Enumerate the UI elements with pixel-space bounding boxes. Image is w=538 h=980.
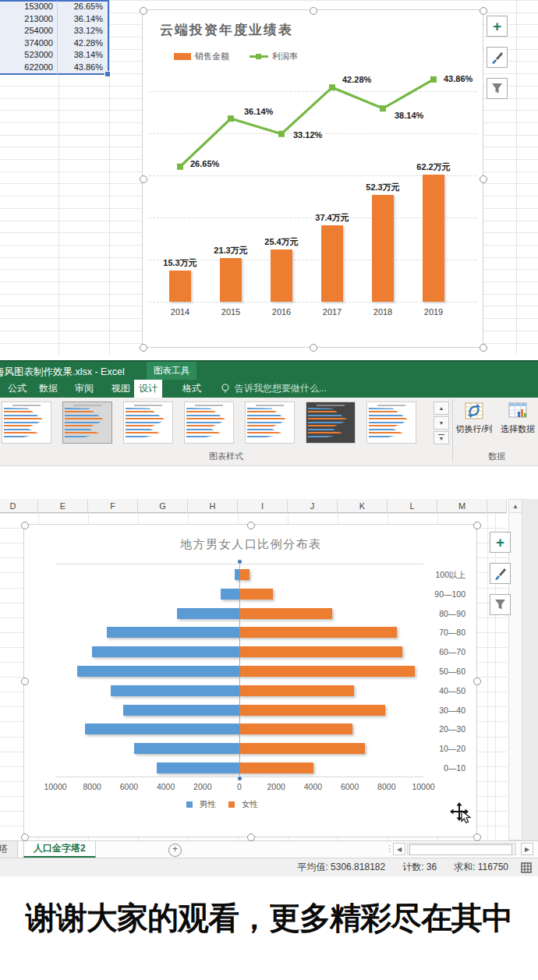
- sheet-tab-active[interactable]: 人口金字塔2: [23, 841, 96, 858]
- horizontal-scrollbar[interactable]: [407, 843, 516, 855]
- female-bar[interactable]: [240, 569, 250, 580]
- column-header-J[interactable]: J: [288, 499, 338, 513]
- ribbon-tab-5[interactable]: 设计: [134, 380, 162, 398]
- male-bar[interactable]: [123, 705, 239, 716]
- female-bar[interactable]: [240, 724, 352, 734]
- selection-fill-handle[interactable]: [104, 71, 111, 77]
- column-header-K[interactable]: K: [338, 499, 388, 513]
- ribbon-tab-6[interactable]: 格式: [178, 380, 206, 398]
- chart-styles-button[interactable]: [487, 47, 508, 68]
- selection-handle[interactable]: [21, 833, 29, 841]
- sales-bar[interactable]: [321, 225, 343, 302]
- chart-elements-button[interactable]: +: [487, 16, 508, 37]
- column-header-D[interactable]: D: [0, 499, 38, 513]
- female-bar[interactable]: [240, 705, 385, 716]
- chart-filters-button[interactable]: [490, 594, 511, 615]
- male-bar[interactable]: [85, 724, 239, 734]
- combo-chart[interactable]: 云端投资年度业绩表 销售金额 利润率 15.3万元201421.3万元20152…: [142, 9, 483, 348]
- ribbon-tab-2[interactable]: 数据: [34, 380, 62, 398]
- selection-handle[interactable]: [21, 678, 29, 685]
- female-bar[interactable]: [240, 589, 273, 600]
- selection-handle[interactable]: [480, 175, 487, 183]
- female-bar[interactable]: [240, 743, 365, 754]
- source-cell-row[interactable]: 25400033.12%: [0, 25, 109, 37]
- chart-style-thumbnail-4[interactable]: [184, 402, 234, 444]
- chart-style-thumbnail-2[interactable]: [62, 402, 112, 444]
- male-bar[interactable]: [134, 743, 239, 754]
- selection-handle[interactable]: [247, 522, 255, 529]
- scroll-up-button[interactable]: ▲: [509, 500, 522, 513]
- ribbon-tab-3[interactable]: 审阅: [70, 380, 98, 398]
- column-header-L[interactable]: L: [388, 499, 437, 513]
- chart-style-thumbnail-5[interactable]: [245, 402, 295, 444]
- chart-filters-button[interactable]: [487, 78, 508, 99]
- column-header-partial[interactable]: [487, 499, 507, 513]
- column-header-F[interactable]: F: [88, 499, 138, 513]
- male-bar[interactable]: [92, 646, 239, 657]
- pyramid-chart[interactable]: 地方男女人口比例分布表 100以上90—10080—9070—8060—7050…: [23, 524, 477, 837]
- legend-item-female[interactable]: 女性: [228, 799, 258, 810]
- rate-cell[interactable]: 33.12%: [58, 25, 108, 37]
- select-data-button[interactable]: 选择数据: [499, 401, 536, 435]
- selection-handle[interactable]: [480, 344, 487, 352]
- selection-handle[interactable]: [473, 522, 481, 529]
- source-cell-row[interactable]: 21300036.14%: [0, 13, 109, 26]
- column-header-M[interactable]: M: [437, 499, 487, 513]
- selection-handle[interactable]: [310, 7, 317, 15]
- rate-cell[interactable]: 43.86%: [58, 62, 108, 74]
- source-cell-row[interactable]: 15300026.65%: [0, 1, 109, 13]
- ribbon-tab-1[interactable]: 公式: [3, 380, 31, 398]
- female-bar[interactable]: [240, 666, 415, 677]
- selection-handle[interactable]: [310, 344, 317, 352]
- chart-elements-button[interactable]: +: [490, 532, 511, 553]
- female-bar[interactable]: [240, 627, 397, 638]
- chart-style-thumbnail-6[interactable]: [306, 402, 356, 444]
- rate-cell[interactable]: 38.14%: [58, 49, 108, 62]
- male-bar[interactable]: [235, 569, 239, 580]
- chart-style-thumbnail-1[interactable]: [2, 402, 51, 444]
- normal-view-icon[interactable]: [521, 862, 532, 873]
- column-header-I[interactable]: I: [238, 499, 288, 513]
- selection-handle[interactable]: [473, 833, 481, 841]
- female-bar[interactable]: [240, 646, 402, 657]
- chart-style-thumbnail-7[interactable]: [366, 402, 416, 444]
- ribbon-tab-4[interactable]: 视图: [107, 380, 135, 398]
- male-bar[interactable]: [177, 608, 239, 619]
- hscroll-thumb[interactable]: [409, 844, 512, 855]
- selection-handle[interactable]: [480, 7, 487, 15]
- amount-cell[interactable]: 153000: [0, 1, 58, 13]
- male-bar[interactable]: [111, 685, 239, 696]
- sales-bar[interactable]: [169, 271, 191, 302]
- sheet-tab-partial[interactable]: 塔: [0, 841, 18, 858]
- male-bar[interactable]: [157, 762, 239, 773]
- chart-style-thumbnail-3[interactable]: [123, 402, 173, 444]
- legend-item-male[interactable]: 男性: [186, 799, 216, 810]
- selection-handle[interactable]: [140, 344, 147, 352]
- selection-handle[interactable]: [247, 833, 255, 841]
- column-header-G[interactable]: G: [138, 499, 188, 513]
- selection-handle[interactable]: [140, 175, 147, 183]
- gallery-more-button[interactable]: ▼: [434, 431, 449, 444]
- gallery-scroll-up[interactable]: ▲: [434, 402, 449, 415]
- source-cell-row[interactable]: 52300038.14%: [0, 49, 109, 62]
- amount-cell[interactable]: 254000: [0, 25, 58, 37]
- sales-bar[interactable]: [423, 175, 444, 302]
- column-header-H[interactable]: H: [188, 499, 238, 513]
- male-bar[interactable]: [77, 666, 239, 677]
- hscroll-right-arrow[interactable]: ▶: [521, 843, 533, 855]
- rate-cell[interactable]: 42.28%: [58, 37, 108, 50]
- sales-bar[interactable]: [220, 258, 242, 302]
- source-cell-row[interactable]: 62200043.86%: [0, 62, 109, 74]
- switch-row-col-button[interactable]: 切换行/列: [455, 401, 494, 435]
- amount-cell[interactable]: 213000: [0, 13, 58, 26]
- rate-cell[interactable]: 36.14%: [58, 13, 108, 26]
- male-bar[interactable]: [221, 589, 239, 600]
- tell-me-box[interactable]: 告诉我您想要做什么...: [221, 380, 327, 398]
- add-sheet-button[interactable]: +: [168, 844, 182, 857]
- chart-styles-button[interactable]: [490, 563, 511, 584]
- gallery-scroll-down[interactable]: ▼: [434, 416, 449, 430]
- column-header-E[interactable]: E: [38, 499, 88, 513]
- selection-handle[interactable]: [140, 7, 147, 15]
- female-bar[interactable]: [240, 685, 354, 696]
- selection-handle[interactable]: [21, 522, 29, 529]
